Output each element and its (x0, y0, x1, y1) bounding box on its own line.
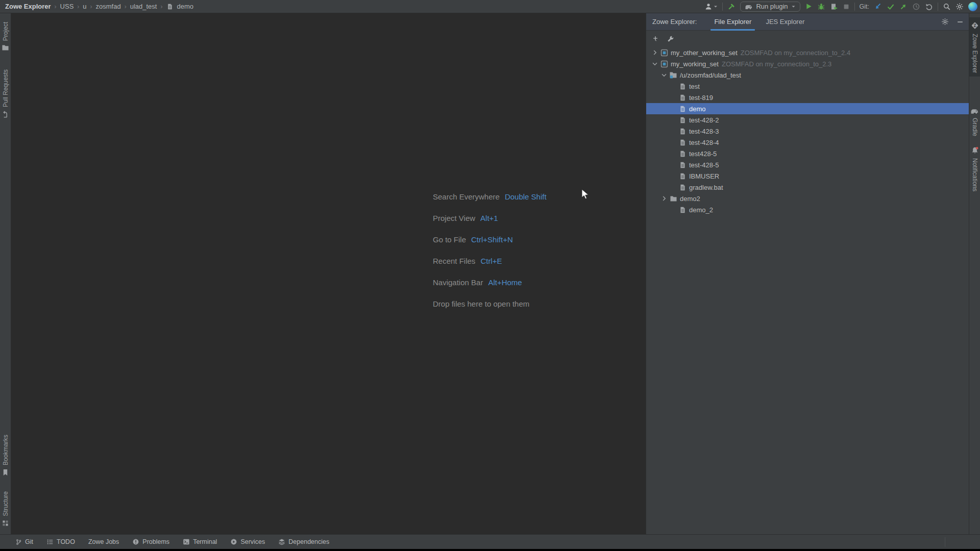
breadcrumb-chevron-icon: › (55, 3, 57, 10)
tab-file-explorer[interactable]: File Explorer (709, 13, 756, 31)
stripe-button-gradle[interactable]: Gradle (969, 104, 980, 140)
breadcrumb: Zowe Explorer › USS › u › zosmfad › ulad… (5, 3, 193, 10)
breadcrumb-chevron-icon: › (90, 3, 92, 10)
hint-row: Go to File Ctrl+Shift+N (433, 233, 547, 246)
editor-empty-area[interactable]: Search Everywhere Double Shift Project V… (11, 13, 646, 534)
file-icon (678, 83, 687, 90)
file-icon (678, 161, 687, 169)
tool-window-settings-gear-button[interactable] (941, 18, 949, 26)
tree-item-file-selected[interactable]: demo (646, 103, 969, 114)
services-icon (230, 538, 237, 545)
run-configuration-select[interactable]: Run plugin (740, 2, 800, 12)
run-with-coverage-button[interactable] (830, 3, 838, 11)
file-icon (678, 139, 687, 146)
tree-item-file[interactable]: test-428-3 (646, 126, 969, 137)
chevron-down-icon[interactable] (659, 71, 669, 79)
statusbar-item-git[interactable]: Git (15, 538, 33, 546)
toolbar-separator (854, 3, 855, 11)
statusbar-item-services[interactable]: Services (230, 538, 265, 545)
breadcrumb-item-uss[interactable]: USS (60, 3, 74, 10)
statusbar-item-terminal[interactable]: Terminal (183, 538, 217, 545)
breadcrumb-item-ulad-test[interactable]: ulad_test (130, 3, 157, 10)
tree-item-file[interactable]: test-428-4 (646, 137, 969, 148)
notification-bell-icon (971, 146, 979, 155)
todo-list-icon (46, 538, 54, 545)
hint-row: Project View Alt+1 (433, 211, 547, 224)
stripe-button-structure[interactable]: Structure (0, 488, 11, 530)
tree-item-file[interactable]: test-819 (646, 92, 969, 103)
git-label: Git: (860, 3, 869, 10)
chevron-right-icon[interactable] (650, 49, 659, 56)
breadcrumb-item-zosmfad[interactable]: zosmfad (96, 3, 121, 10)
tab-jes-explorer[interactable]: JES Explorer (761, 13, 810, 31)
user-account-button[interactable] (704, 3, 718, 11)
git-update-button[interactable] (874, 3, 882, 11)
hint-row: Search Everywhere Double Shift (433, 190, 547, 203)
stripe-button-bookmarks[interactable]: Bookmarks (0, 431, 11, 480)
stripe-button-project[interactable]: Project (0, 18, 11, 55)
chevron-right-icon[interactable] (659, 195, 669, 202)
search-everywhere-button[interactable] (943, 3, 951, 11)
git-commit-button[interactable] (887, 3, 895, 11)
gradle-icon (745, 4, 753, 10)
tree-item-file[interactable]: test-428-5 (646, 159, 969, 170)
drop-files-hint: Drop files here to open them (433, 299, 529, 308)
hint-label: Go to File (433, 235, 466, 244)
pull-requests-icon (2, 111, 9, 118)
hint-shortcut: Alt+1 (480, 214, 498, 222)
rollback-button[interactable] (925, 3, 933, 11)
run-button[interactable] (805, 3, 813, 10)
toolbar-separator (722, 3, 723, 11)
breadcrumb-item-zowe-explorer[interactable]: Zowe Explorer (5, 3, 51, 10)
stop-button[interactable] (843, 3, 850, 10)
tree-item-folder[interactable]: demo2 (646, 193, 969, 204)
add-working-set-button[interactable] (652, 35, 659, 42)
tree-item-file[interactable]: IBMUSER (646, 170, 969, 182)
edit-wrench-button[interactable] (667, 35, 674, 43)
tree-item-working-set[interactable]: my_other_working_set ZOSMFAD on my_conne… (646, 47, 969, 58)
file-icon (678, 206, 687, 214)
run-configuration-label: Run plugin (756, 3, 788, 10)
build-hammer-button[interactable] (727, 3, 736, 11)
stripe-button-notifications[interactable]: Notifications (969, 143, 980, 195)
breadcrumb-item-demo[interactable]: demo (177, 3, 193, 10)
hint-shortcut: Alt+Home (488, 278, 522, 287)
tree-item-file[interactable]: test-428-2 (646, 114, 969, 126)
settings-gear-button[interactable] (955, 3, 964, 11)
statusbar-item-todo[interactable]: TODO (46, 538, 75, 545)
statusbar-item-problems[interactable]: Problems (132, 538, 169, 545)
history-button[interactable] (912, 3, 920, 11)
statusbar-item-dependencies[interactable]: Dependencies (278, 538, 329, 545)
working-set-icon (659, 49, 669, 57)
file-icon (678, 94, 687, 102)
project-folder-icon (2, 44, 9, 51)
stripe-button-pull-requests[interactable]: Pull Requests (0, 66, 11, 122)
code-with-me-icon[interactable] (968, 2, 977, 11)
tree-item-uss-path[interactable]: /u/zosmfad/ulad_test (646, 69, 969, 81)
dependencies-layers-icon (278, 538, 285, 545)
tool-window-toolbar (646, 31, 969, 47)
git-push-button[interactable] (899, 3, 908, 11)
tree-item-file[interactable]: demo_2 (646, 204, 969, 215)
debug-button[interactable] (817, 3, 825, 11)
tree-item-file[interactable]: gradlew.bat (646, 182, 969, 193)
hint-row: Recent Files Ctrl+E (433, 254, 547, 267)
editor-shortcut-hints: Search Everywhere Double Shift Project V… (433, 190, 547, 318)
folder-root-icon (669, 71, 678, 79)
stripe-button-zowe-explorer[interactable]: Z Zowe Explorer (969, 17, 980, 77)
tree-item-working-set[interactable]: my_working_set ZOSMFAD on my_connection_… (646, 58, 969, 69)
statusbar-item-zowe-jobs[interactable]: Zowe Jobs (88, 538, 119, 545)
navigation-bar: Zowe Explorer › USS › u › zosmfad › ulad… (0, 0, 980, 13)
breadcrumb-item-u[interactable]: u (83, 3, 86, 10)
tree-item-file[interactable]: test428-5 (646, 148, 969, 159)
hide-tool-window-button[interactable] (957, 18, 964, 26)
chevron-down-icon[interactable] (650, 60, 659, 67)
tree-item-file[interactable]: test (646, 81, 969, 92)
hint-label: Search Everywhere (433, 192, 500, 201)
bookmark-icon (2, 469, 9, 476)
screen-bottom-edge (0, 549, 980, 551)
file-icon (678, 172, 687, 180)
breadcrumb-chevron-icon: › (77, 3, 79, 10)
toolbar-separator (938, 3, 938, 11)
hint-shortcut: Double Shift (505, 192, 547, 201)
